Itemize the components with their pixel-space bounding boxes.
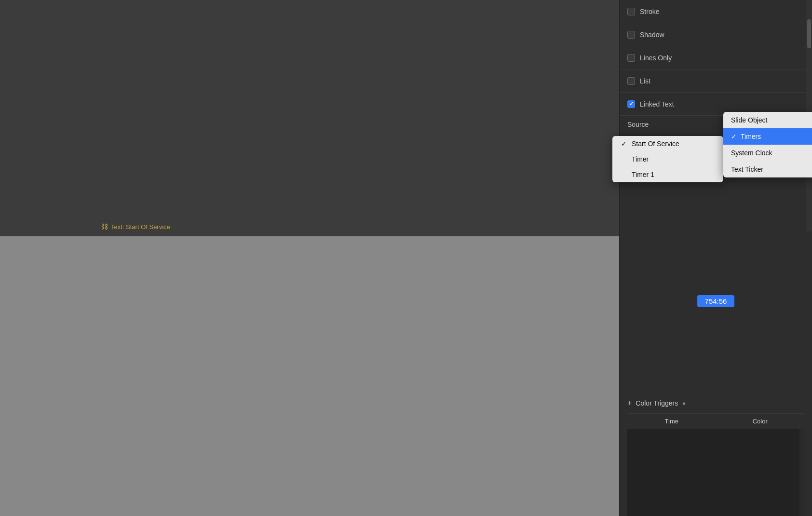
panel-row-list: List [620,69,812,93]
ct-col-color: Color [716,414,805,429]
lines-only-checkbox[interactable] [627,54,635,62]
ct-scrollbar[interactable] [799,429,804,516]
slide-object-label: Slide Object [731,116,767,124]
dropdown-label-timer1: Timer 1 [632,171,654,178]
dropdown-item-timer1[interactable]: Timer 1 [612,167,723,182]
color-triggers-table: Time Color [627,414,804,516]
right-panel: Stroke Shadow Lines Only List Linked Tex… [619,0,812,516]
shadow-label: Shadow [640,31,804,39]
dropdown-label-start-of-service: Start Of Service [632,140,679,148]
linked-text-label: Linked Text [640,100,804,108]
canvas-upper: ⛓ Text: Start Of Service 754:56 [0,0,619,236]
stroke-checkbox[interactable] [627,8,635,15]
timers-label: Timers [741,133,761,140]
list-checkbox[interactable] [627,77,635,85]
panel-scrollbar-thumb [807,19,811,48]
shadow-checkbox[interactable] [627,31,635,39]
dropdown-timers[interactable]: ✓ Timers ▶ [723,128,812,145]
stroke-label: Stroke [640,8,804,15]
source-label: Source [627,121,666,128]
ct-col-time: Time [627,414,716,429]
canvas-lower [0,236,619,516]
element-label: ⛓ Text: Start Of Service [101,223,170,231]
panel-row-lines-only: Lines Only [620,46,812,69]
dropdown-label-timer: Timer [632,155,649,163]
dropdown-item-timer[interactable]: Timer [612,151,723,167]
panel-row-stroke: Stroke [620,0,812,23]
panel-content: Stroke Shadow Lines Only List Linked Tex… [620,0,812,516]
dropdown-slide-object[interactable]: Slide Object ▶ [723,112,812,128]
text-ticker-label: Text Ticker [731,165,763,173]
checkmark-start: ✓ [620,140,628,148]
link-icon: ⛓ [101,223,108,231]
color-triggers-header: + Color Triggers ∨ [627,393,804,414]
timer-value-text: 754:56 [705,297,727,305]
dropdown-system-clock[interactable]: System Clock [723,145,812,161]
color-triggers-section: + Color Triggers ∨ Time Color [620,393,812,516]
dropdown-slide[interactable]: Slide Object ▶ ✓ Timers ▶ System Clock T… [723,112,812,177]
timer-value-badge: 754:56 [697,295,735,307]
dropdown-item-start-of-service[interactable]: ✓ Start Of Service [612,136,723,151]
list-label: List [640,77,804,85]
lines-only-label: Lines Only [640,54,804,62]
color-triggers-plus[interactable]: + [627,399,632,407]
linked-text-checkbox[interactable] [627,100,635,108]
ct-body [627,429,804,516]
color-triggers-title: Color Triggers [636,399,678,407]
dropdown-text-ticker[interactable]: Text Ticker [723,161,812,177]
timers-checkmark: ✓ [731,133,737,140]
dropdown-primary[interactable]: ✓ Start Of Service Timer Timer 1 [612,136,723,182]
ct-header-row: Time Color [627,414,804,429]
color-triggers-chevron[interactable]: ∨ [682,400,686,407]
panel-row-shadow: Shadow [620,23,812,46]
system-clock-label: System Clock [731,149,772,157]
canvas-area: ⛓ Text: Start Of Service 754:56 [0,0,619,516]
element-label-text: Text: Start Of Service [111,223,170,231]
